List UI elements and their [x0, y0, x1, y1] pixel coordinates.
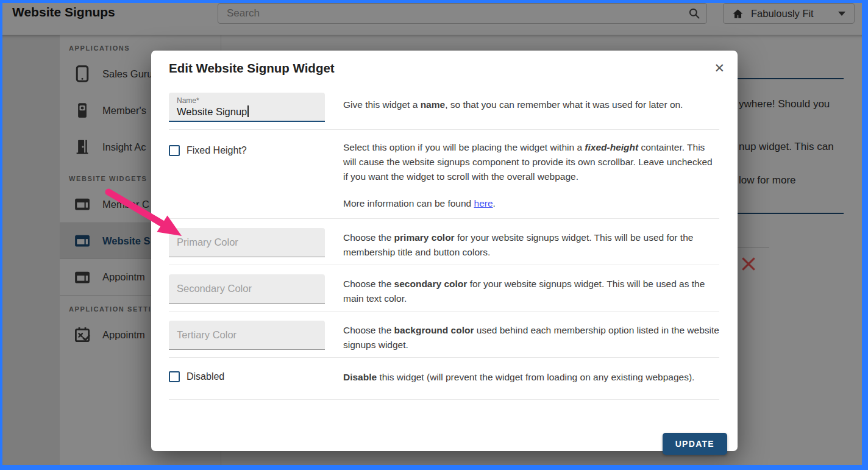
secondary-color-field[interactable] — [169, 274, 325, 304]
primary-color-row: Choose the primary color for your websit… — [169, 219, 719, 265]
more-info-link[interactable]: here — [474, 198, 493, 208]
name-field-value: Website Signup — [177, 105, 249, 118]
dialog-body: Name* Website Signup Give this widget a … — [151, 76, 738, 400]
dialog-footer: UPDATE — [151, 400, 738, 455]
fixed-height-description-text: Select this option if you will be placin… — [343, 140, 719, 184]
tertiary-color-row: Choose the background color used behind … — [169, 312, 719, 358]
fixed-height-description: Select this option if you will be placin… — [343, 140, 719, 211]
page: Website Signups Fabulously Fit APPLICATI… — [0, 0, 868, 470]
tertiary-color-field[interactable] — [169, 321, 325, 350]
tertiary-color-description: Choose the background color used behind … — [343, 323, 719, 352]
update-button[interactable]: UPDATE — [663, 433, 727, 455]
dialog-title: Edit Website Signup Widget — [169, 61, 711, 76]
primary-color-input[interactable] — [169, 228, 325, 257]
disabled-checkbox[interactable] — [169, 371, 180, 382]
disabled-label: Disabled — [187, 371, 224, 382]
edit-widget-dialog: Edit Website Signup Widget ✕ Name* Websi… — [151, 51, 738, 451]
text-cursor — [247, 105, 249, 117]
name-row: Name* Website Signup Give this widget a … — [169, 76, 719, 130]
name-field-label: Name* — [177, 96, 199, 105]
close-icon[interactable]: ✕ — [711, 61, 727, 76]
fixed-height-label: Fixed Height? — [187, 145, 247, 156]
more-info-line: More information can be found here. — [343, 196, 719, 211]
tertiary-color-input[interactable] — [169, 321, 325, 349]
name-description: Give this widget a name, so that you can… — [343, 98, 719, 112]
secondary-color-row: Choose the secondary color for your webs… — [169, 265, 719, 312]
name-field[interactable]: Name* Website Signup — [169, 93, 325, 122]
dialog-header: Edit Website Signup Widget ✕ — [151, 51, 738, 76]
fixed-height-checkbox[interactable] — [169, 145, 180, 156]
primary-color-field[interactable] — [169, 228, 325, 257]
disabled-row: Disabled Disable this widget (will preve… — [169, 358, 719, 400]
secondary-color-description: Choose the secondary color for your webs… — [343, 277, 719, 306]
primary-color-description: Choose the primary color for your websit… — [343, 230, 719, 260]
secondary-color-input[interactable] — [169, 274, 325, 303]
fixed-height-row: Fixed Height? Select this option if you … — [169, 130, 719, 219]
disabled-description: Disable this widget (will prevent the wi… — [343, 370, 719, 385]
